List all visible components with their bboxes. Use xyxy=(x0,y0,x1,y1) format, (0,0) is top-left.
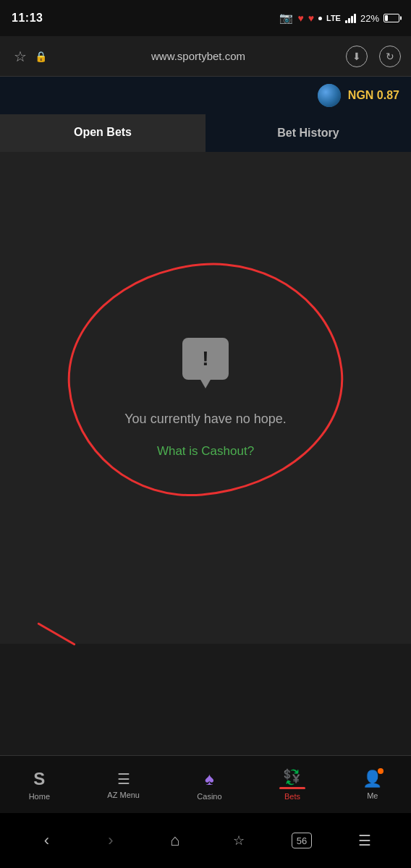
cashout-link[interactable]: What is Cashout? xyxy=(157,444,254,459)
bookmark-icon[interactable]: ☆ xyxy=(10,46,30,67)
account-header: NGN 0.87 xyxy=(0,77,411,114)
casino-nav-label: Casino xyxy=(197,792,221,801)
android-home-button[interactable]: ⌂ xyxy=(164,829,187,852)
bets-nav-icon: 💱 xyxy=(283,768,301,786)
lock-icon: 🔒 xyxy=(30,46,51,67)
casino-nav-icon: ♠ xyxy=(205,769,214,789)
signal-bar-3 xyxy=(351,16,353,23)
signal-bar-2 xyxy=(348,18,350,23)
bottom-nav: S Home ☰ AZ Menu ♠ Casino 💱 Bets 👤 Me xyxy=(0,755,411,813)
browser-bar: ☆ 🔒 www.sportybet.com ⬇ ↻ xyxy=(0,36,411,77)
browser-actions: ⬇ ↻ xyxy=(346,46,401,67)
android-menu-button[interactable]: ☰ xyxy=(353,829,376,852)
me-nav-label: Me xyxy=(367,791,378,800)
annotation-tail xyxy=(37,622,75,646)
nav-item-bets[interactable]: 💱 Bets xyxy=(279,768,305,801)
url-bar[interactable]: www.sportybet.com xyxy=(51,50,346,62)
heart-icon-1: ♥ xyxy=(297,12,303,24)
tabs-bar: Open Bets Bet History xyxy=(0,114,411,152)
android-tabs-button[interactable]: 56 xyxy=(292,833,312,848)
nav-item-az-menu[interactable]: ☰ AZ Menu xyxy=(107,770,140,799)
signal-bars xyxy=(345,13,356,23)
heart-icon-2: ♥ xyxy=(308,12,314,24)
battery-icon xyxy=(384,14,399,22)
battery-fill xyxy=(385,15,388,21)
time-display: 11:13 xyxy=(12,12,43,25)
android-forward-button[interactable]: › xyxy=(99,829,122,852)
home-nav-label: Home xyxy=(29,792,50,801)
nav-item-me[interactable]: 👤 Me xyxy=(363,770,382,800)
alert-bubble-icon: ! xyxy=(182,338,229,380)
main-content: ! You currently have no hope. What is Ca… xyxy=(0,152,411,644)
instagram-icon: 📷 xyxy=(279,12,293,25)
signal-bar-4 xyxy=(354,14,356,23)
tab-open-bets[interactable]: Open Bets xyxy=(0,114,206,152)
android-nav-bar: ‹ › ⌂ ☆ 56 ☰ xyxy=(0,813,411,868)
notification-badge xyxy=(378,768,384,774)
android-bookmark-button[interactable]: ☆ xyxy=(227,829,250,852)
status-bar: 11:13 📷 ♥ ♥ LTE 22% xyxy=(0,0,411,36)
menu-nav-icon: ☰ xyxy=(117,770,130,788)
bets-nav-label: Bets xyxy=(284,792,300,801)
avatar-image xyxy=(318,84,341,107)
lte-label: LTE xyxy=(326,14,341,22)
refresh-button[interactable]: ↻ xyxy=(379,46,401,67)
empty-state: ! You currently have no hope. What is Ca… xyxy=(124,338,287,459)
home-nav-icon: S xyxy=(33,769,45,789)
signal-bar-1 xyxy=(345,20,347,23)
battery-percent: 22% xyxy=(360,13,379,24)
download-button[interactable]: ⬇ xyxy=(346,46,368,67)
empty-state-message: You currently have no hope. xyxy=(124,412,287,427)
user-avatar[interactable] xyxy=(318,84,341,107)
az-menu-nav-label: AZ Menu xyxy=(107,791,140,799)
account-balance: NGN 0.87 xyxy=(348,89,399,102)
android-back-button[interactable]: ‹ xyxy=(35,829,58,852)
exclamation-icon: ! xyxy=(202,347,208,370)
notification-dot xyxy=(318,17,322,20)
status-icons: 📷 ♥ ♥ LTE 22% xyxy=(279,12,399,25)
active-indicator xyxy=(279,787,305,789)
nav-item-home[interactable]: S Home xyxy=(29,769,50,801)
tab-bet-history[interactable]: Bet History xyxy=(206,114,411,152)
nav-item-casino[interactable]: ♠ Casino xyxy=(197,769,221,801)
